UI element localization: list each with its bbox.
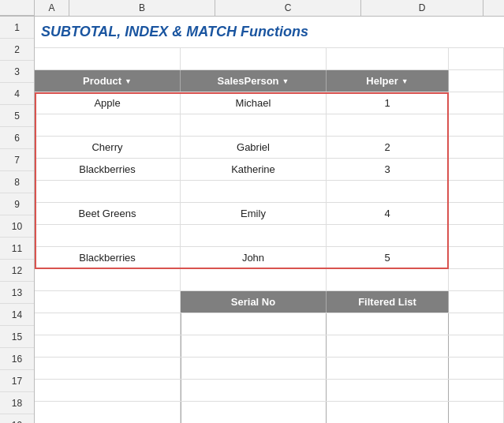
row-7: Blackberries Katherine 3 <box>35 159 504 181</box>
row-num-7: 7 <box>0 149 34 171</box>
cell-c7: Katherine <box>181 159 327 180</box>
row-numbers: 1 2 3 4 5 6 7 8 9 10 11 12 13 14 15 16 1… <box>0 17 35 423</box>
cell-d16 <box>327 357 449 379</box>
col-header-c: C <box>215 0 361 16</box>
cell-d14 <box>327 313 449 335</box>
row-num-6: 6 <box>0 127 34 149</box>
row-num-1: 1 <box>0 17 34 39</box>
salesperson-dropdown-icon[interactable]: ▼ <box>282 77 289 85</box>
row-3: Product ▼ SalesPerson ▼ Helper ▼ <box>35 70 504 92</box>
cell-c18 <box>181 402 327 423</box>
row-13: Serial No Filtered List <box>35 291 504 313</box>
cell-b10 <box>35 225 181 246</box>
cell-d8 <box>327 181 449 202</box>
row-8 <box>35 181 504 203</box>
row-num-2: 2 <box>0 39 34 61</box>
row-10 <box>35 225 504 247</box>
cell-e4 <box>449 92 504 114</box>
cell-d6: 2 <box>327 137 449 158</box>
row-num-11: 11 <box>0 238 34 260</box>
col-header-a: A <box>35 0 69 16</box>
cell-b4: Apple <box>35 92 181 114</box>
cell-d4: 1 <box>327 92 449 114</box>
bottom-header-serial: Serial No <box>181 291 327 313</box>
header-helper: Helper ▼ <box>327 70 449 92</box>
row-6: Cherry Gabriel 2 <box>35 137 504 159</box>
row-num-13: 13 <box>0 282 34 304</box>
cell-e17 <box>449 380 504 401</box>
cell-d15 <box>327 335 449 357</box>
cell-b13 <box>35 291 181 313</box>
row-4: Apple Michael 1 <box>35 92 504 114</box>
cell-e2 <box>449 48 504 69</box>
helper-dropdown-icon[interactable]: ▼ <box>401 77 409 85</box>
row-18 <box>35 402 504 423</box>
row-num-16: 16 <box>0 348 34 370</box>
col-header-d: D <box>361 0 483 16</box>
row-num-3: 3 <box>0 61 34 83</box>
row-num-18: 18 <box>0 392 34 414</box>
row-2 <box>35 48 504 70</box>
cell-b18 <box>35 402 181 423</box>
cell-b6: Cherry <box>35 137 181 158</box>
row-num-19: 19 <box>0 414 34 423</box>
cell-e8 <box>449 181 504 202</box>
cell-c17 <box>181 380 327 401</box>
row-num-5: 5 <box>0 105 34 127</box>
cell-e10 <box>449 225 504 246</box>
cell-c12 <box>181 269 327 290</box>
spreadsheet-title: SUBTOTAL, INDEX & MATCH Functions <box>41 24 308 40</box>
product-dropdown-icon[interactable]: ▼ <box>125 77 132 85</box>
cell-c8 <box>181 181 327 202</box>
cell-b15 <box>35 335 181 357</box>
cell-e3 <box>449 70 504 92</box>
cell-c14 <box>181 313 327 335</box>
cell-c5 <box>181 114 327 136</box>
cell-b14 <box>35 313 181 335</box>
cell-b7: Blackberries <box>35 159 181 180</box>
cell-d12 <box>327 269 449 290</box>
cell-e9 <box>449 203 504 224</box>
cell-c10 <box>181 225 327 246</box>
row-num-15: 15 <box>0 326 34 348</box>
cell-e5 <box>449 114 504 136</box>
row-num-10: 10 <box>0 215 34 238</box>
header-product: Product ▼ <box>35 70 181 92</box>
cell-e7 <box>449 159 504 180</box>
grid-body: 1 2 3 4 5 6 7 8 9 10 11 12 13 14 15 16 1… <box>0 17 504 423</box>
cell-e11 <box>449 247 504 268</box>
corner-cell <box>0 0 35 16</box>
row-num-8: 8 <box>0 171 34 193</box>
cell-c4: Michael <box>181 92 327 114</box>
row-9: Beet Greens Emily 4 <box>35 203 504 225</box>
row-11: Blackberries John 5 <box>35 247 504 269</box>
bottom-header-filtered: Filtered List <box>327 291 449 313</box>
cell-d18 <box>327 402 449 423</box>
row-num-14: 14 <box>0 304 34 326</box>
grid-content: SUBTOTAL, INDEX & MATCH Functions Produc… <box>35 17 504 423</box>
cell-e15 <box>449 335 504 357</box>
row-5 <box>35 114 504 137</box>
row-num-4: 4 <box>0 83 34 105</box>
spreadsheet: A B C D E 1 2 3 4 5 6 7 8 9 10 11 12 13 … <box>0 0 504 423</box>
cell-b9: Beet Greens <box>35 203 181 224</box>
row-num-12: 12 <box>0 260 34 282</box>
cell-d11: 5 <box>327 247 449 268</box>
row-num-17: 17 <box>0 370 34 392</box>
cell-e16 <box>449 357 504 379</box>
cell-e18 <box>449 402 504 423</box>
row-12 <box>35 269 504 291</box>
cell-c9: Emily <box>181 203 327 224</box>
cell-c11: John <box>181 247 327 268</box>
cell-e12 <box>449 269 504 290</box>
cell-c2 <box>181 48 327 69</box>
header-salesperson: SalesPerson ▼ <box>181 70 327 92</box>
cell-b11: Blackberries <box>35 247 181 268</box>
cell-c15 <box>181 335 327 357</box>
row-17 <box>35 380 504 402</box>
cell-c16 <box>181 357 327 379</box>
cell-b5 <box>35 114 181 136</box>
cell-b2 <box>35 48 181 69</box>
row-16 <box>35 357 504 380</box>
row-num-9: 9 <box>0 193 34 215</box>
